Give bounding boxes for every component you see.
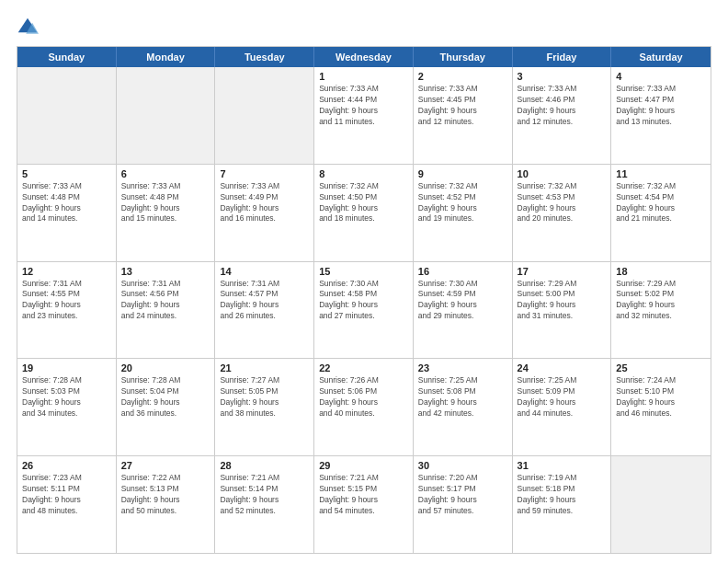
day-info: Sunrise: 7:25 AM Sunset: 5:09 PM Dayligh…: [518, 375, 607, 419]
day-cell-28: 28Sunrise: 7:21 AM Sunset: 5:14 PM Dayli…: [215, 456, 314, 553]
day-number: 29: [319, 460, 408, 471]
header-day-saturday: Saturday: [611, 47, 711, 67]
logo-icon: [17, 17, 39, 39]
day-info: Sunrise: 7:30 AM Sunset: 4:59 PM Dayligh…: [418, 279, 507, 323]
day-number: 2: [418, 71, 507, 82]
day-number: 9: [418, 168, 507, 179]
day-number: 14: [220, 266, 309, 277]
day-cell-29: 29Sunrise: 7:21 AM Sunset: 5:15 PM Dayli…: [314, 456, 414, 553]
empty-cell: [611, 456, 711, 553]
day-cell-2: 2Sunrise: 7:33 AM Sunset: 4:45 PM Daylig…: [414, 67, 513, 164]
header-day-thursday: Thursday: [414, 47, 513, 67]
week-row-0: 1Sunrise: 7:33 AM Sunset: 4:44 PM Daylig…: [17, 67, 711, 165]
day-info: Sunrise: 7:32 AM Sunset: 4:52 PM Dayligh…: [418, 181, 507, 225]
day-info: Sunrise: 7:33 AM Sunset: 4:45 PM Dayligh…: [418, 84, 507, 128]
day-cell-13: 13Sunrise: 7:31 AM Sunset: 4:56 PM Dayli…: [117, 262, 216, 359]
day-cell-27: 27Sunrise: 7:22 AM Sunset: 5:13 PM Dayli…: [117, 456, 216, 553]
day-cell-22: 22Sunrise: 7:26 AM Sunset: 5:06 PM Dayli…: [314, 359, 414, 455]
header: [17, 17, 711, 39]
day-number: 4: [616, 71, 706, 82]
day-cell-30: 30Sunrise: 7:20 AM Sunset: 5:17 PM Dayli…: [414, 456, 513, 553]
day-info: Sunrise: 7:28 AM Sunset: 5:03 PM Dayligh…: [22, 375, 111, 419]
day-info: Sunrise: 7:21 AM Sunset: 5:15 PM Dayligh…: [319, 473, 408, 517]
day-info: Sunrise: 7:33 AM Sunset: 4:47 PM Dayligh…: [616, 84, 706, 128]
header-day-monday: Monday: [117, 47, 216, 67]
day-cell-4: 4Sunrise: 7:33 AM Sunset: 4:47 PM Daylig…: [611, 67, 711, 164]
day-cell-12: 12Sunrise: 7:31 AM Sunset: 4:55 PM Dayli…: [17, 262, 117, 359]
day-info: Sunrise: 7:32 AM Sunset: 4:54 PM Dayligh…: [616, 181, 706, 225]
day-info: Sunrise: 7:32 AM Sunset: 4:50 PM Dayligh…: [319, 181, 408, 225]
day-cell-18: 18Sunrise: 7:29 AM Sunset: 5:02 PM Dayli…: [611, 262, 711, 359]
page: SundayMondayTuesdayWednesdayThursdayFrid…: [0, 0, 728, 563]
day-info: Sunrise: 7:33 AM Sunset: 4:46 PM Dayligh…: [518, 84, 607, 128]
day-number: 30: [418, 460, 507, 471]
header-day-sunday: Sunday: [17, 47, 117, 67]
day-number: 28: [220, 460, 309, 471]
day-number: 8: [319, 168, 408, 179]
day-cell-6: 6Sunrise: 7:33 AM Sunset: 4:48 PM Daylig…: [117, 165, 216, 261]
empty-cell: [17, 67, 117, 164]
day-info: Sunrise: 7:33 AM Sunset: 4:49 PM Dayligh…: [220, 181, 309, 225]
day-info: Sunrise: 7:24 AM Sunset: 5:10 PM Dayligh…: [616, 375, 706, 419]
day-info: Sunrise: 7:20 AM Sunset: 5:17 PM Dayligh…: [418, 473, 507, 517]
day-cell-9: 9Sunrise: 7:32 AM Sunset: 4:52 PM Daylig…: [414, 165, 513, 261]
day-cell-17: 17Sunrise: 7:29 AM Sunset: 5:00 PM Dayli…: [513, 262, 612, 359]
day-cell-24: 24Sunrise: 7:25 AM Sunset: 5:09 PM Dayli…: [513, 359, 612, 455]
day-cell-7: 7Sunrise: 7:33 AM Sunset: 4:49 PM Daylig…: [215, 165, 314, 261]
day-number: 17: [518, 266, 607, 277]
week-row-3: 19Sunrise: 7:28 AM Sunset: 5:03 PM Dayli…: [17, 359, 711, 456]
calendar-header: SundayMondayTuesdayWednesdayThursdayFrid…: [17, 47, 711, 67]
day-info: Sunrise: 7:23 AM Sunset: 5:11 PM Dayligh…: [22, 473, 111, 517]
empty-cell: [215, 67, 314, 164]
day-number: 18: [616, 266, 706, 277]
day-number: 11: [616, 168, 706, 179]
day-cell-5: 5Sunrise: 7:33 AM Sunset: 4:48 PM Daylig…: [17, 165, 117, 261]
header-day-wednesday: Wednesday: [314, 47, 414, 67]
header-day-tuesday: Tuesday: [215, 47, 314, 67]
day-cell-1: 1Sunrise: 7:33 AM Sunset: 4:44 PM Daylig…: [314, 67, 414, 164]
header-day-friday: Friday: [513, 47, 612, 67]
day-cell-8: 8Sunrise: 7:32 AM Sunset: 4:50 PM Daylig…: [314, 165, 414, 261]
day-info: Sunrise: 7:21 AM Sunset: 5:14 PM Dayligh…: [220, 473, 309, 517]
day-cell-31: 31Sunrise: 7:19 AM Sunset: 5:18 PM Dayli…: [513, 456, 612, 553]
day-number: 20: [121, 362, 210, 373]
day-cell-26: 26Sunrise: 7:23 AM Sunset: 5:11 PM Dayli…: [17, 456, 117, 553]
day-number: 21: [220, 362, 309, 373]
day-info: Sunrise: 7:26 AM Sunset: 5:06 PM Dayligh…: [319, 375, 408, 419]
day-cell-21: 21Sunrise: 7:27 AM Sunset: 5:05 PM Dayli…: [215, 359, 314, 455]
day-number: 3: [518, 71, 607, 82]
day-number: 23: [418, 362, 507, 373]
day-info: Sunrise: 7:33 AM Sunset: 4:44 PM Dayligh…: [319, 84, 408, 128]
day-number: 24: [518, 362, 607, 373]
day-number: 31: [518, 460, 607, 471]
day-info: Sunrise: 7:19 AM Sunset: 5:18 PM Dayligh…: [518, 473, 607, 517]
day-cell-10: 10Sunrise: 7:32 AM Sunset: 4:53 PM Dayli…: [513, 165, 612, 261]
day-number: 25: [616, 362, 706, 373]
calendar-body: 1Sunrise: 7:33 AM Sunset: 4:44 PM Daylig…: [17, 67, 711, 553]
day-cell-3: 3Sunrise: 7:33 AM Sunset: 4:46 PM Daylig…: [513, 67, 612, 164]
day-number: 7: [220, 168, 309, 179]
week-row-4: 26Sunrise: 7:23 AM Sunset: 5:11 PM Dayli…: [17, 456, 711, 553]
day-info: Sunrise: 7:32 AM Sunset: 4:53 PM Dayligh…: [518, 181, 607, 225]
day-cell-14: 14Sunrise: 7:31 AM Sunset: 4:57 PM Dayli…: [215, 262, 314, 359]
day-number: 12: [22, 266, 111, 277]
day-info: Sunrise: 7:22 AM Sunset: 5:13 PM Dayligh…: [121, 473, 210, 517]
day-number: 1: [319, 71, 408, 82]
day-cell-16: 16Sunrise: 7:30 AM Sunset: 4:59 PM Dayli…: [414, 262, 513, 359]
day-info: Sunrise: 7:25 AM Sunset: 5:08 PM Dayligh…: [418, 375, 507, 419]
day-info: Sunrise: 7:29 AM Sunset: 5:02 PM Dayligh…: [616, 279, 706, 323]
day-info: Sunrise: 7:29 AM Sunset: 5:00 PM Dayligh…: [518, 279, 607, 323]
day-number: 19: [22, 362, 111, 373]
day-number: 5: [22, 168, 111, 179]
day-number: 27: [121, 460, 210, 471]
day-number: 13: [121, 266, 210, 277]
day-cell-25: 25Sunrise: 7:24 AM Sunset: 5:10 PM Dayli…: [611, 359, 711, 455]
empty-cell: [117, 67, 216, 164]
week-row-2: 12Sunrise: 7:31 AM Sunset: 4:55 PM Dayli…: [17, 262, 711, 360]
day-number: 26: [22, 460, 111, 471]
week-row-1: 5Sunrise: 7:33 AM Sunset: 4:48 PM Daylig…: [17, 165, 711, 262]
day-info: Sunrise: 7:30 AM Sunset: 4:58 PM Dayligh…: [319, 279, 408, 323]
calendar: SundayMondayTuesdayWednesdayThursdayFrid…: [17, 46, 711, 554]
day-number: 10: [518, 168, 607, 179]
day-info: Sunrise: 7:27 AM Sunset: 5:05 PM Dayligh…: [220, 375, 309, 419]
